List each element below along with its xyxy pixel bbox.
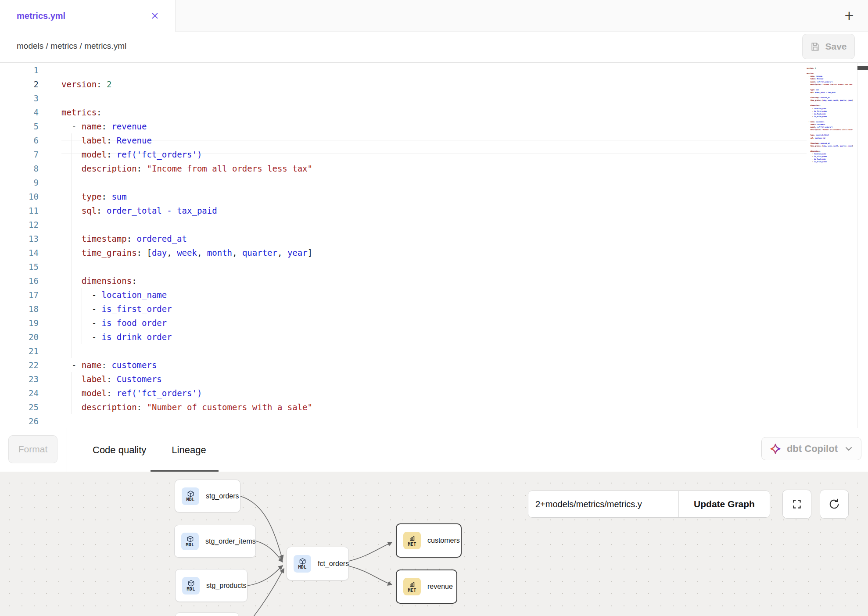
lineage-node-partial[interactable] xyxy=(175,612,239,616)
code-line[interactable]: 22 - name: customers xyxy=(0,358,868,372)
breadcrumb: models / metrics / metrics.yml xyxy=(17,41,126,51)
format-button[interactable]: Format xyxy=(8,435,57,463)
code-line[interactable]: 26 xyxy=(0,414,868,428)
dbt-ide-window: metrics.yml + models / metrics / metrics… xyxy=(0,0,868,616)
code-line[interactable]: 5 - name: revenue xyxy=(0,119,868,133)
minimap[interactable]: version: 2metrics: - name: revenue label… xyxy=(807,64,856,424)
model-cube-icon: MDL xyxy=(294,555,311,573)
cursor-position-marker xyxy=(857,66,868,70)
code-line[interactable]: 14 time_grains: [day, week, month, quart… xyxy=(0,246,868,260)
line-number: 15 xyxy=(0,260,44,274)
line-number: 5 xyxy=(0,119,44,133)
node-badge: MDL xyxy=(186,542,194,547)
code-line[interactable]: 19 - is_food_order xyxy=(0,316,868,330)
code-line[interactable]: 2version: 2 xyxy=(0,77,868,91)
tab-label: metrics.yml xyxy=(17,11,65,21)
line-number: 22 xyxy=(0,358,44,372)
save-icon xyxy=(810,42,820,52)
code-line[interactable]: 23 label: Customers xyxy=(0,372,868,386)
code-line[interactable]: 20 - is_drink_order xyxy=(0,330,868,344)
code-line[interactable]: description: "Income from all orders les… xyxy=(807,83,856,86)
code-line[interactable]: 7 model: ref('fct_orders') xyxy=(0,147,868,161)
fullscreen-button[interactable] xyxy=(782,490,811,519)
code-line[interactable]: 21 xyxy=(0,344,868,358)
lineage-selector-input[interactable] xyxy=(528,491,678,517)
code-line[interactable]: 13 timestamp: ordered_at xyxy=(0,232,868,246)
save-label: Save xyxy=(825,41,846,52)
code-line[interactable]: 6 label: Revenue xyxy=(0,133,868,147)
line-number: 9 xyxy=(0,175,44,190)
line-number: 3 xyxy=(0,91,44,105)
line-number: 8 xyxy=(0,161,44,175)
code-line[interactable]: 9 xyxy=(0,175,868,190)
code-line[interactable]: description: "Number of customers with a… xyxy=(807,129,856,131)
code-line[interactable]: time_grains: [day, week, month, quarter,… xyxy=(807,99,856,102)
code-line[interactable]: 11 sql: order_total - tax_paid xyxy=(0,204,868,218)
fullscreen-icon xyxy=(791,498,803,510)
close-tab-icon[interactable] xyxy=(151,11,159,20)
node-badge: MDL xyxy=(187,587,195,591)
lineage-panel[interactable]: MDLstg_ordersMDLstg_order_itemsMDLstg_pr… xyxy=(0,472,868,616)
line-number: 14 xyxy=(0,246,44,260)
file-header: models / metrics / metrics.yml Save xyxy=(0,32,868,63)
line-number: 19 xyxy=(0,316,44,330)
lineage-node-stg_products[interactable]: MDLstg_products xyxy=(175,569,247,602)
save-button[interactable]: Save xyxy=(802,34,855,59)
node-badge: MET xyxy=(408,588,416,593)
code-line[interactable]: 17 - location_name xyxy=(0,288,868,302)
line-number: 20 xyxy=(0,330,44,344)
dbt-copilot-label: dbt Copilot xyxy=(787,443,838,455)
model-cube-icon: MDL xyxy=(181,533,199,550)
code-line[interactable]: 4metrics: xyxy=(0,105,868,119)
code-line[interactable]: 3 xyxy=(0,91,868,105)
refresh-button[interactable] xyxy=(820,490,849,519)
line-number: 25 xyxy=(0,400,44,414)
code-line[interactable]: 25 description: "Number of customers wit… xyxy=(0,400,868,414)
node-label: customers xyxy=(427,537,460,544)
lineage-node-customers[interactable]: METcustomers xyxy=(396,523,462,558)
update-graph-button[interactable]: Update Graph xyxy=(678,491,770,517)
line-number: 16 xyxy=(0,274,44,288)
line-number: 11 xyxy=(0,204,44,218)
code-line[interactable]: 10 type: sum xyxy=(0,190,868,204)
code-editor[interactable]: 12version: 234metrics:5 - name: revenue6… xyxy=(0,63,868,428)
new-tab-button[interactable]: + xyxy=(830,0,868,31)
code-line[interactable]: 18 - is_first_order xyxy=(0,302,868,316)
code-line[interactable]: 24 model: ref('fct_orders') xyxy=(0,386,868,400)
dbt-copilot-button[interactable]: dbt Copilot xyxy=(761,437,861,460)
code-line[interactable]: 16 dimensions: xyxy=(0,274,868,288)
lineage-node-fct_orders[interactable]: MDLfct_orders xyxy=(287,547,349,580)
line-number: 12 xyxy=(0,218,44,232)
dbt-copilot-icon xyxy=(770,443,781,455)
code-line[interactable]: time_grains: [day, week, month, quarter,… xyxy=(807,145,856,147)
lineage-node-stg_orders[interactable]: MDLstg_orders xyxy=(175,480,240,512)
plus-icon: + xyxy=(844,7,854,25)
line-number: 4 xyxy=(0,105,44,119)
code-line[interactable]: 12 xyxy=(0,218,868,232)
tab-metrics-yml[interactable]: metrics.yml xyxy=(0,0,176,32)
code-line[interactable]: 8 description: "Income from all orders l… xyxy=(0,161,868,175)
indent-guide xyxy=(82,288,82,344)
editor-footer-toolbar: Format Code quality Lineage dbt Copilot xyxy=(0,428,868,472)
code-line[interactable]: 1 xyxy=(0,63,868,77)
metric-chart-icon: MET xyxy=(403,578,421,595)
node-badge: MDL xyxy=(187,497,195,502)
line-number: 23 xyxy=(0,372,44,386)
line-number: 26 xyxy=(0,414,44,428)
lineage-node-stg_order_items[interactable]: MDLstg_order_items xyxy=(174,525,256,558)
node-badge: MDL xyxy=(298,565,307,569)
tab-lineage[interactable]: Lineage xyxy=(172,428,206,472)
node-badge: MET xyxy=(408,542,416,547)
code-line[interactable]: 15 xyxy=(0,260,868,274)
node-label: stg_products xyxy=(206,582,247,590)
line-number: 13 xyxy=(0,232,44,246)
tab-code-quality[interactable]: Code quality xyxy=(93,428,146,472)
line-number: 6 xyxy=(0,133,44,147)
line-number: 18 xyxy=(0,302,44,316)
editor-tab-bar: metrics.yml + xyxy=(0,0,868,32)
code-line[interactable]: - is_drink_order xyxy=(807,161,856,163)
graph-controls: Update Graph xyxy=(528,491,770,518)
lineage-node-revenue[interactable]: METrevenue xyxy=(396,569,457,604)
refresh-icon xyxy=(829,498,840,510)
editor-scrollbar[interactable] xyxy=(857,63,868,428)
